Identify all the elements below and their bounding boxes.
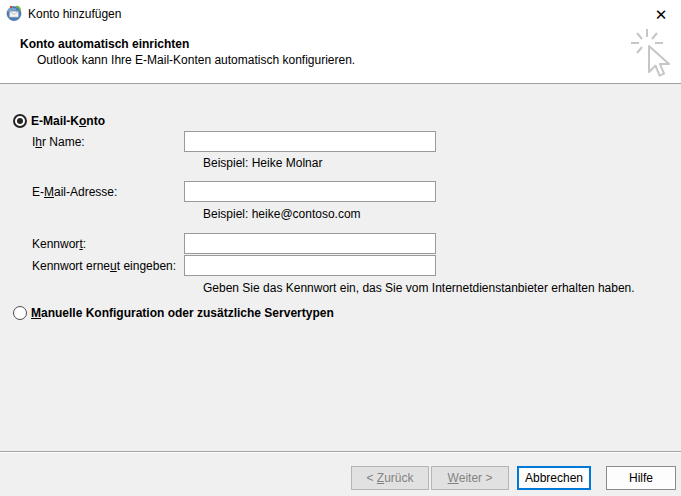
password-repeat-label: Kennwort erneut eingeben: [32,259,176,273]
radio-email-account[interactable] [13,114,27,128]
radio-manual-config[interactable] [13,306,27,320]
radio-manual-config-label[interactable]: Manuelle Konfiguration oder zusätzliche … [31,306,334,320]
email-label: E-Mail-Adresse: [32,185,117,199]
footer-separator-highlight [0,452,681,453]
outlook-mail-icon [6,5,22,21]
name-label: Ihr Name: [32,135,85,149]
password-input[interactable] [184,233,436,254]
window-title: Konto hinzufügen [28,7,121,21]
close-icon: ✕ [655,6,668,23]
password-hint: Geben Sie das Kennwort ein, das Sie vom … [203,281,635,295]
help-button[interactable]: Hilfe [606,466,676,490]
page-title: Konto automatisch einrichten [20,37,189,51]
radio-email-account-label[interactable]: E-Mail-Konto [31,114,105,128]
add-account-dialog: Konto hinzufügen ✕ Konto automatisch ein… [0,0,681,496]
dialog-header-band: Konto hinzufügen ✕ Konto automatisch ein… [0,0,681,84]
back-button[interactable]: < Zurück [351,466,429,490]
wizard-cursor-sparkle-icon [630,28,676,84]
email-input[interactable] [184,181,436,202]
page-subtitle: Outlook kann Ihre E-Mail-Konten automati… [37,53,355,67]
name-input[interactable] [184,131,436,152]
password-label: Kennwort: [32,237,86,251]
next-button[interactable]: Weiter > [431,466,509,490]
email-hint: Beispiel: heike@contoso.com [203,207,361,221]
name-hint: Beispiel: Heike Molnar [203,156,322,170]
close-button[interactable]: ✕ [649,4,673,26]
password-repeat-input[interactable] [184,255,436,276]
cancel-button[interactable]: Abbrechen [517,466,591,490]
